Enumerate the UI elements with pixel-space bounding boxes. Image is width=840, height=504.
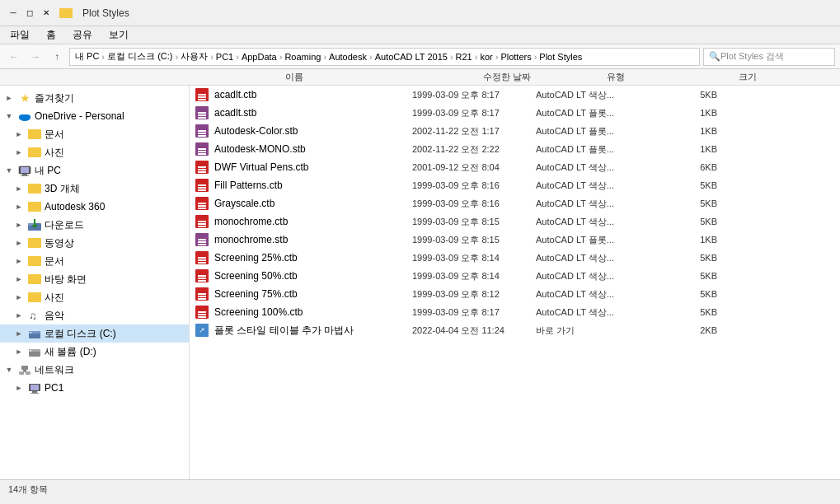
- menu-file[interactable]: 파일: [3, 26, 36, 44]
- sidebar-item-docs2[interactable]: ► 문서: [0, 252, 189, 270]
- sidebar-label-3d: 3D 개체: [45, 182, 80, 196]
- sidebar-item-desktop[interactable]: ► 바탕 화면: [0, 270, 189, 288]
- path-plotstyles[interactable]: Plot Styles: [539, 52, 582, 62]
- file-row[interactable]: monochrome.stb 1999-03-09 오후 8:15 AutoCA…: [190, 231, 840, 249]
- svg-text:♫: ♫: [29, 310, 37, 321]
- expand-3d[interactable]: ►: [13, 183, 25, 194]
- file-row[interactable]: acadlt.stb 1999-03-09 오후 8:17 AutoCAD LT…: [190, 104, 840, 122]
- folder-icon-videos: [27, 237, 42, 249]
- expand-pictures[interactable]: ►: [13, 147, 25, 158]
- file-size-13: 2KB: [668, 325, 717, 335]
- sidebar-item-documents[interactable]: ► 문서: [0, 125, 189, 143]
- expand-drived[interactable]: ►: [13, 346, 25, 357]
- sidebar-item-localc[interactable]: ► 로컬 디스크 (C:): [0, 324, 189, 343]
- file-type-1: AutoCAD LT 플롯...: [536, 107, 668, 119]
- file-row[interactable]: Autodesk-MONO.stb 2002-11-22 오전 2:22 Aut…: [190, 140, 840, 158]
- sidebar-item-autodesk360[interactable]: ► Autodesk 360: [0, 198, 189, 216]
- file-row[interactable]: acadlt.ctb 1999-03-09 오후 8:17 AutoCAD LT…: [190, 86, 840, 104]
- file-date-10: 1999-03-09 오후 8:14: [412, 270, 536, 282]
- back-button[interactable]: ←: [5, 48, 23, 66]
- path-appdata[interactable]: AppData: [242, 52, 277, 62]
- address-path[interactable]: 내 PC › 로컬 디스크 (C:) › 사용자 › PC1 › AppData…: [69, 48, 700, 66]
- file-name-0: acadlt.ctb: [214, 89, 412, 100]
- sidebar-label-onedrive: OneDrive - Personal: [35, 110, 124, 122]
- col-modified[interactable]: 수정한 날짜: [478, 71, 602, 83]
- file-type-2: AutoCAD LT 플롯...: [536, 125, 668, 138]
- path-kor[interactable]: kor: [480, 52, 492, 62]
- path-autocad[interactable]: AutoCAD LT 2015: [375, 52, 448, 62]
- file-name-8: monochrome.stb: [214, 234, 412, 245]
- file-row[interactable]: monochrome.ctb 1999-03-09 오후 8:15 AutoCA…: [190, 212, 840, 231]
- svg-rect-25: [31, 385, 39, 390]
- search-box[interactable]: 🔍 Plot Styles 검색: [703, 48, 835, 66]
- sidebar-item-drived[interactable]: ► 새 볼륨 (D:): [0, 343, 189, 361]
- file-icon-11: [195, 287, 209, 301]
- sidebar-item-downloads[interactable]: ► 다운로드: [0, 216, 189, 234]
- minimize-icon: ─: [7, 7, 20, 20]
- file-row[interactable]: Screening 25%.ctb 1999-03-09 오후 8:14 Aut…: [190, 249, 840, 267]
- file-row[interactable]: Screening 50%.ctb 1999-03-09 오후 8:14 Aut…: [190, 267, 840, 285]
- expand-docs2[interactable]: ►: [13, 255, 25, 267]
- sidebar-item-favorites[interactable]: ► ★ 즐겨찾기: [0, 89, 189, 107]
- path-user[interactable]: PC1: [216, 52, 233, 62]
- sidebar-item-3d[interactable]: ► 3D 개체: [0, 180, 189, 198]
- file-type-7: AutoCAD LT 색상...: [536, 216, 668, 228]
- file-type-3: AutoCAD LT 플롯...: [536, 143, 668, 156]
- expand-videos[interactable]: ►: [13, 237, 25, 249]
- file-icon-6: [195, 196, 209, 211]
- path-autodesk[interactable]: Autodesk: [329, 52, 367, 62]
- file-row[interactable]: Fill Patterns.ctb 1999-03-09 오후 8:16 Aut…: [190, 176, 840, 194]
- expand-localc[interactable]: ►: [13, 328, 25, 339]
- path-plotters[interactable]: Plotters: [500, 52, 531, 62]
- col-type[interactable]: 유형: [602, 71, 734, 83]
- sidebar-item-videos[interactable]: ► 동영상: [0, 234, 189, 252]
- sidebar-item-network[interactable]: ▼ 네트워크: [0, 361, 189, 379]
- file-row[interactable]: Screening 75%.ctb 1999-03-09 오후 8:12 Aut…: [190, 285, 840, 303]
- sidebar-item-onedrive[interactable]: ▼ OneDrive - Personal: [0, 107, 189, 125]
- path-drive[interactable]: 로컬 디스크 (C:): [107, 50, 172, 63]
- sidebar-item-mypc[interactable]: ▼ 내 PC: [0, 161, 189, 180]
- path-r21[interactable]: R21: [456, 52, 472, 62]
- sidebar-item-pictures[interactable]: ► 사진: [0, 143, 189, 161]
- file-date-0: 1999-03-09 오후 8:17: [412, 89, 536, 101]
- file-icon-1: [195, 105, 209, 120]
- expand-network[interactable]: ▼: [3, 364, 15, 376]
- menu-share[interactable]: 공유: [66, 26, 99, 44]
- sidebar-item-pc1[interactable]: ► PC1: [0, 379, 189, 397]
- expand-pics2[interactable]: ►: [13, 292, 25, 303]
- up-button[interactable]: ↑: [48, 48, 66, 66]
- expand-mypc[interactable]: ▼: [3, 165, 15, 176]
- menu-home[interactable]: 홈: [40, 26, 63, 44]
- col-name[interactable]: 이름: [280, 71, 478, 83]
- svg-rect-19: [23, 370, 26, 371]
- expand-favorites[interactable]: ►: [3, 92, 15, 104]
- path-pc[interactable]: 내 PC: [75, 50, 99, 63]
- expand-desktop[interactable]: ►: [13, 273, 25, 285]
- sidebar-item-music[interactable]: ► ♫ 음악: [0, 306, 189, 324]
- file-row[interactable]: ↗ 플롯 스타일 테이블 추가 마법사 2022-04-04 오전 11:24 …: [190, 321, 840, 339]
- sidebar-item-pics2[interactable]: ► 사진: [0, 288, 189, 306]
- expand-documents[interactable]: ►: [13, 128, 25, 140]
- window-controls: ─ ◻ ✕: [7, 7, 53, 20]
- svg-point-17: [30, 350, 31, 352]
- path-users[interactable]: 사용자: [181, 50, 208, 63]
- expand-downloads[interactable]: ►: [13, 219, 25, 231]
- path-roaming[interactable]: Roaming: [284, 52, 321, 62]
- sidebar-label-pc1: PC1: [45, 382, 63, 394]
- col-size[interactable]: 크기: [734, 71, 783, 83]
- menu-view[interactable]: 보기: [102, 26, 135, 44]
- file-row[interactable]: Autodesk-Color.stb 2002-11-22 오전 1:17 Au…: [190, 122, 840, 140]
- maximize-icon: ◻: [23, 7, 36, 20]
- file-row[interactable]: Screening 100%.ctb 1999-03-09 오후 8:17 Au…: [190, 303, 840, 321]
- file-row[interactable]: DWF Virtual Pens.ctb 2001-09-12 오전 8:04 …: [190, 158, 840, 176]
- file-size-6: 5KB: [668, 198, 717, 208]
- file-type-11: AutoCAD LT 색상...: [536, 288, 668, 301]
- expand-autodesk360[interactable]: ►: [13, 201, 25, 212]
- forward-button[interactable]: →: [26, 48, 45, 66]
- file-row[interactable]: Grayscale.ctb 1999-03-09 오후 8:16 AutoCAD…: [190, 194, 840, 212]
- expand-music[interactable]: ►: [13, 310, 25, 321]
- status-item-count: 14개 항목: [8, 483, 48, 496]
- expand-pc1[interactable]: ►: [13, 382, 25, 394]
- drive-d-icon: [27, 346, 42, 357]
- expand-onedrive[interactable]: ▼: [3, 110, 15, 122]
